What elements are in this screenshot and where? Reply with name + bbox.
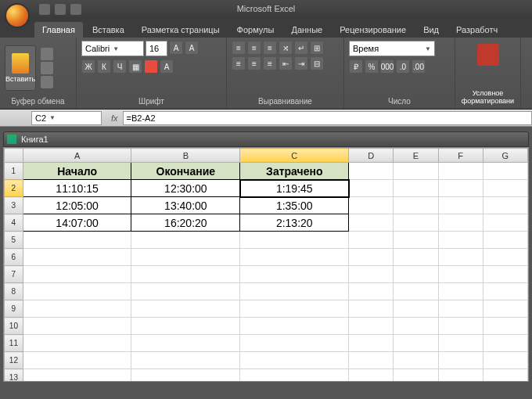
align-bottom-icon[interactable]: ≡	[263, 41, 277, 55]
office-button[interactable]	[5, 3, 30, 28]
cell[interactable]	[483, 232, 527, 249]
cell[interactable]	[240, 232, 349, 249]
cell-B4[interactable]: 16:20:20	[131, 214, 240, 232]
cell[interactable]	[131, 352, 240, 369]
cell[interactable]	[131, 266, 240, 283]
cell[interactable]	[131, 300, 240, 318]
cell[interactable]	[23, 335, 131, 352]
cell[interactable]	[131, 249, 240, 266]
cell[interactable]	[240, 318, 349, 335]
cell[interactable]	[349, 249, 394, 266]
font-size-select[interactable]: 16	[146, 41, 167, 56]
col-header-G[interactable]: G	[483, 149, 527, 163]
merge-center-icon[interactable]: ⊟	[310, 56, 324, 70]
number-format-select[interactable]: Время▼	[349, 41, 435, 56]
cell-F2[interactable]	[438, 180, 483, 197]
col-header-D[interactable]: D	[349, 149, 394, 163]
cell[interactable]	[394, 232, 438, 249]
cell-D3[interactable]	[349, 197, 394, 214]
align-center-icon[interactable]: ≡	[247, 56, 261, 70]
row-header-4[interactable]: 4	[5, 214, 23, 232]
cell[interactable]	[131, 369, 240, 383]
font-name-select[interactable]: Calibri▼	[81, 41, 144, 56]
copy-icon[interactable]	[41, 62, 53, 74]
cell-B3[interactable]: 13:40:00	[131, 197, 240, 214]
cell-G4[interactable]	[483, 214, 527, 232]
select-all-corner[interactable]	[5, 149, 23, 163]
tab-pagelayout[interactable]: Разметка страницы	[134, 22, 228, 38]
cell[interactable]	[483, 300, 527, 318]
cell[interactable]	[394, 266, 438, 283]
align-middle-icon[interactable]: ≡	[247, 41, 261, 55]
col-header-B[interactable]: B	[131, 149, 240, 163]
cell[interactable]	[240, 266, 349, 283]
border-button[interactable]: ▦	[128, 59, 142, 74]
row-header-1[interactable]: 1	[5, 163, 23, 180]
formula-input[interactable]: =B2-A2	[123, 111, 532, 125]
cell-D4[interactable]	[349, 214, 394, 232]
fill-color-button[interactable]	[144, 59, 158, 74]
cell[interactable]	[483, 283, 527, 300]
cell[interactable]	[394, 369, 438, 383]
cell[interactable]	[23, 318, 131, 335]
cell-C3[interactable]: 1:35:00	[240, 197, 349, 214]
row-header-5[interactable]: 5	[5, 232, 23, 249]
cell[interactable]	[131, 283, 240, 300]
currency-icon[interactable]: ₽	[349, 59, 363, 74]
cell-F1[interactable]	[438, 163, 483, 180]
merge-icon[interactable]: ⊞	[310, 41, 324, 55]
cell[interactable]	[349, 335, 394, 352]
cell-A2[interactable]: 11:10:15	[23, 180, 131, 197]
cell[interactable]	[131, 335, 240, 352]
align-top-icon[interactable]: ≡	[232, 41, 246, 55]
cell[interactable]	[240, 300, 349, 318]
cell[interactable]	[438, 266, 483, 283]
underline-button[interactable]: Ч	[113, 59, 127, 74]
comma-icon[interactable]: 000	[380, 59, 394, 74]
italic-button[interactable]: К	[97, 59, 111, 74]
cut-icon[interactable]	[41, 48, 53, 60]
cell[interactable]	[23, 369, 131, 383]
workbook-titlebar[interactable]: Книга1	[3, 131, 529, 147]
orientation-icon[interactable]: ⤨	[279, 41, 293, 55]
cell-E1[interactable]	[394, 163, 438, 180]
format-painter-icon[interactable]	[41, 76, 53, 88]
cell[interactable]	[349, 369, 394, 383]
tab-formulas[interactable]: Формулы	[229, 22, 282, 38]
cell-C4[interactable]: 2:13:20	[240, 214, 349, 232]
row-header-11[interactable]: 11	[5, 335, 23, 352]
cell[interactable]	[349, 232, 394, 249]
cell[interactable]	[483, 335, 527, 352]
cell[interactable]	[23, 283, 131, 300]
cell[interactable]	[240, 352, 349, 369]
tab-developer[interactable]: Разработч	[448, 22, 505, 38]
cell-F4[interactable]	[438, 214, 483, 232]
cell[interactable]	[394, 249, 438, 266]
cell[interactable]	[240, 283, 349, 300]
row-header-10[interactable]: 10	[5, 318, 23, 335]
decrease-font-icon[interactable]: A	[185, 41, 199, 55]
cell[interactable]	[131, 232, 240, 249]
row-header-9[interactable]: 9	[5, 300, 23, 318]
tab-insert[interactable]: Вставка	[84, 22, 132, 38]
cell[interactable]	[349, 300, 394, 318]
decrease-decimal-icon[interactable]: .00	[412, 59, 426, 74]
cell[interactable]	[438, 335, 483, 352]
cell-C2[interactable]: 1:19:45	[240, 180, 349, 197]
cell[interactable]	[349, 318, 394, 335]
cell-A1[interactable]: Начало	[23, 163, 131, 180]
percent-icon[interactable]: %	[365, 59, 379, 74]
cell[interactable]	[438, 249, 483, 266]
tab-home[interactable]: Главная	[34, 22, 83, 38]
font-color-button[interactable]: A	[160, 59, 174, 74]
cell[interactable]	[23, 352, 131, 369]
cell-G1[interactable]	[483, 163, 527, 180]
cell[interactable]	[394, 318, 438, 335]
cell-A4[interactable]: 14:07:00	[23, 214, 131, 232]
row-header-3[interactable]: 3	[5, 197, 23, 214]
paste-button[interactable]: Вставить	[5, 45, 36, 91]
cell-G2[interactable]	[483, 180, 527, 197]
col-header-F[interactable]: F	[438, 149, 483, 163]
increase-font-icon[interactable]: A	[169, 41, 183, 55]
cell[interactable]	[23, 232, 131, 249]
